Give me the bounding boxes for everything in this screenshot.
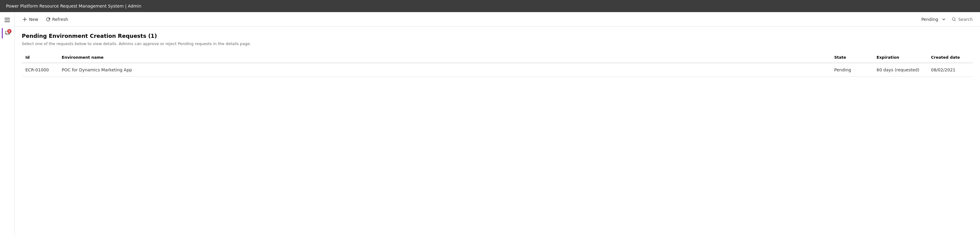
requests-table: Id Environment name State Expiration Cre… xyxy=(22,52,973,77)
table-header: Id Environment name State Expiration Cre… xyxy=(22,52,973,63)
page-body: Pending Environment Creation Requests (1… xyxy=(14,27,980,235)
col-header-state: State xyxy=(830,52,873,63)
page-subtitle: Select one of the requests below to view… xyxy=(22,41,973,46)
col-header-expiration: Expiration xyxy=(873,52,928,63)
refresh-button[interactable]: Refresh xyxy=(43,15,72,24)
refresh-icon xyxy=(46,17,51,22)
hamburger-line-2 xyxy=(5,20,10,20)
cell-state: Pending xyxy=(830,63,873,77)
filter-value: Pending xyxy=(921,17,938,22)
table-row[interactable]: ECR-01000 POC for Dynamics Marketing App… xyxy=(22,63,973,77)
search-label: Search xyxy=(958,17,973,22)
sidebar-nav-requests[interactable]: 1 xyxy=(2,28,13,39)
filter-dropdown[interactable] xyxy=(939,16,948,22)
filter-area: Pending xyxy=(921,16,948,22)
new-button-label: New xyxy=(29,17,38,22)
plus-icon xyxy=(22,17,27,22)
page-title: Pending Environment Creation Requests (1… xyxy=(22,33,973,39)
content-area: New Refresh Pending xyxy=(14,12,980,235)
col-header-id: Id xyxy=(22,52,58,63)
table-header-row: Id Environment name State Expiration Cre… xyxy=(22,52,973,63)
chevron-down-icon xyxy=(942,17,945,21)
sidebar: 1 xyxy=(0,12,14,235)
main-layout: 1 New Refresh Pending xyxy=(0,12,980,235)
cell-expiration: 60 days (requested) xyxy=(873,63,928,77)
search-area[interactable]: Search xyxy=(949,16,975,23)
refresh-button-label: Refresh xyxy=(52,17,68,22)
new-button[interactable]: New xyxy=(19,15,41,24)
search-icon xyxy=(951,17,956,22)
cell-id: ECR-01000 xyxy=(22,63,58,77)
col-header-environment-name: Environment name xyxy=(58,52,830,63)
app-title: Power Platform Resource Request Manageme… xyxy=(6,4,141,8)
hamburger-menu[interactable] xyxy=(2,14,13,25)
title-bar: Power Platform Resource Request Manageme… xyxy=(0,0,980,12)
table-body: ECR-01000 POC for Dynamics Marketing App… xyxy=(22,63,973,77)
hamburger-line-1 xyxy=(5,18,10,19)
toolbar: New Refresh Pending xyxy=(14,12,980,27)
hamburger-line-3 xyxy=(5,21,10,22)
cell-created-date: 08/02/2021 xyxy=(928,63,973,77)
cell-environment-name: POC for Dynamics Marketing App xyxy=(58,63,830,77)
nav-badge: 1 xyxy=(7,29,11,33)
col-header-created-date: Created date xyxy=(928,52,973,63)
